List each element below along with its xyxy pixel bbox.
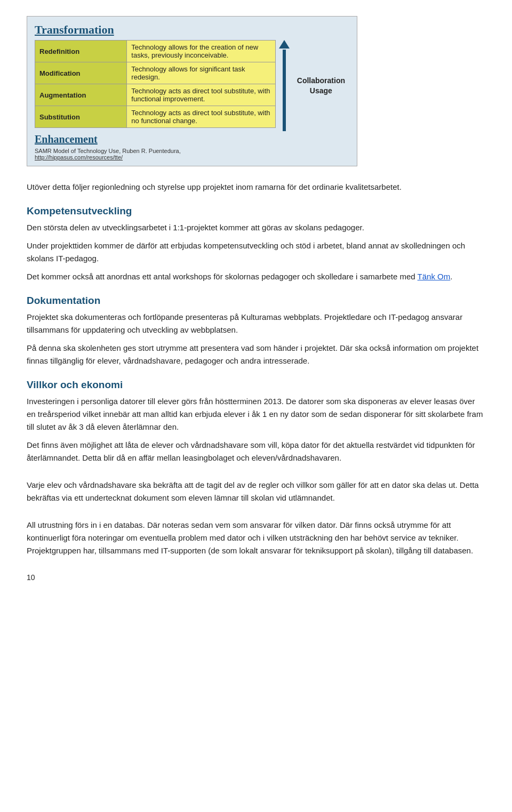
extra-p2: All utrustning förs in i en databas. Där… bbox=[27, 519, 485, 557]
samr-table: RedefinitionTechnology allows for the cr… bbox=[35, 40, 276, 128]
samr-source-link[interactable]: http://hippasus.com/resources/tte/ bbox=[35, 154, 123, 160]
page-number: 10 bbox=[27, 573, 485, 582]
samr-desc-modification: Technology allows for significant task r… bbox=[127, 62, 275, 84]
samr-enhancement-title: Enhancement bbox=[35, 133, 349, 146]
heading-villkor: Villkor och ekonomi bbox=[27, 379, 485, 391]
heading-kompetensutveckling: Kompetensutveckling bbox=[27, 205, 485, 217]
kompetensutveckling-p2: Under projekttiden kommer de därför att … bbox=[27, 239, 485, 265]
samr-collab-line1: Collaboration bbox=[297, 76, 345, 85]
samr-row-modification: ModificationTechnology allows for signif… bbox=[35, 62, 276, 84]
villkor-p1: Investeringen i personliga datorer till … bbox=[27, 395, 485, 433]
kompetensutveckling-p3: Det kommer också att anordnas ett antal … bbox=[27, 270, 485, 283]
samr-label-modification: Modification bbox=[35, 62, 127, 84]
extra-p1: Varje elev och vårdnadshavare ska bekräf… bbox=[27, 479, 485, 504]
tank-om-link[interactable]: Tänk Om bbox=[418, 272, 451, 281]
samr-label-substitution: Substitution bbox=[35, 106, 127, 128]
samr-arrow-line bbox=[283, 50, 286, 131]
samr-source: SAMR Model of Technology Use, Ruben R. P… bbox=[35, 148, 349, 160]
samr-arrow-up-icon bbox=[279, 40, 290, 49]
samr-row-redefinition: RedefinitionTechnology allows for the cr… bbox=[35, 41, 276, 62]
villkor-p2: Det finns även möjlighet att låta de ele… bbox=[27, 439, 485, 464]
dokumentation-p1: Projektet ska dokumenteras och fortlöpan… bbox=[27, 311, 485, 336]
samr-desc-substitution: Technology acts as direct tool substitut… bbox=[127, 106, 275, 128]
samr-side-collab bbox=[279, 40, 290, 131]
samr-diagram: Transformation RedefinitionTechnology al… bbox=[27, 16, 357, 166]
heading-dokumentation: Dokumentation bbox=[27, 295, 485, 307]
samr-row-substitution: SubstitutionTechnology acts as direct to… bbox=[35, 106, 276, 128]
samr-label-redefinition: Redefinition bbox=[35, 41, 127, 62]
samr-transformation-title: Transformation bbox=[35, 23, 349, 37]
dokumentation-p2: På denna ska skolenheten ges stort utrym… bbox=[27, 342, 485, 367]
samr-collab-line2: Usage bbox=[310, 86, 332, 95]
samr-label-augmentation: Augmentation bbox=[35, 84, 127, 106]
samr-row-augmentation: AugmentationTechnology acts as direct to… bbox=[35, 84, 276, 106]
kompetensutveckling-p1: Den största delen av utvecklingsarbetet … bbox=[27, 221, 485, 234]
intro-paragraph: Utöver detta följer regionledning och st… bbox=[27, 181, 485, 194]
samr-desc-redefinition: Technology allows for the creation of ne… bbox=[127, 41, 275, 62]
samr-collab-block: Collaboration Usage bbox=[293, 40, 349, 131]
samr-desc-augmentation: Technology acts as direct tool substitut… bbox=[127, 84, 275, 106]
